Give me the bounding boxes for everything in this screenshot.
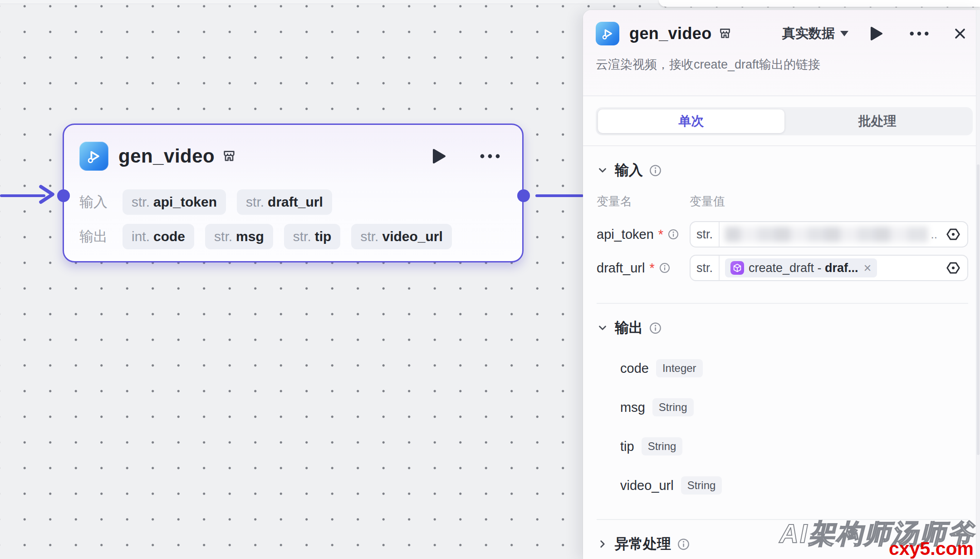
tag-name: api_token xyxy=(153,194,217,210)
tag-type: str. xyxy=(214,229,232,244)
node-more-button[interactable] xyxy=(480,153,500,159)
tag-name: tip xyxy=(315,229,332,244)
output-row-tip: tip String xyxy=(597,435,968,457)
tag-type: str. xyxy=(246,194,264,210)
caret-down-icon xyxy=(840,31,848,36)
info-icon[interactable] xyxy=(659,262,670,273)
output-tag-code[interactable]: int. code xyxy=(122,224,194,249)
variable-row-draft-url: draft_url* str. create_draft - draf... xyxy=(597,255,968,281)
background-window-strip xyxy=(659,0,980,7)
tab-single-run[interactable]: 单次 xyxy=(598,109,784,133)
output-section: 输出 code Integer msg String tip String vi… xyxy=(583,304,980,520)
variable-name: api_token xyxy=(597,227,654,242)
input-tag-draft-url[interactable]: str. draft_url xyxy=(237,189,332,215)
tab-batch[interactable]: 批处理 xyxy=(784,109,971,133)
output-row-video-url: video_url String xyxy=(597,475,968,496)
tag-name: msg xyxy=(236,229,264,244)
type-prefix: str. xyxy=(691,256,720,280)
info-icon[interactable] xyxy=(668,229,679,240)
scrollbar-thumb[interactable] xyxy=(977,164,980,455)
node-output-port[interactable] xyxy=(517,189,530,202)
reference-chip-create-draft[interactable]: create_draft - draf... × xyxy=(725,258,877,277)
required-asterisk: * xyxy=(658,227,663,242)
required-asterisk: * xyxy=(649,261,654,276)
input-section-title: 输入 xyxy=(615,161,643,180)
panel-scrollbar[interactable] xyxy=(976,10,980,559)
output-name: video_url xyxy=(620,478,674,493)
gen-video-node[interactable]: gen_video 输入 str. api_token str. d xyxy=(63,124,524,262)
reference-field: draf... xyxy=(825,261,858,275)
tag-name: video_url xyxy=(382,229,442,244)
output-tag-video-url[interactable]: str. video_url xyxy=(351,224,451,249)
column-variable-value: 变量值 xyxy=(690,193,725,209)
node-input-row: 输入 str. api_token str. draft_url xyxy=(79,189,507,215)
exception-section: 异常处理 xyxy=(583,520,980,554)
node-title: gen_video xyxy=(118,145,215,167)
reference-toggle-icon[interactable] xyxy=(943,226,964,242)
store-icon xyxy=(222,149,236,163)
tag-type: str. xyxy=(293,229,311,244)
tag-type: int. xyxy=(132,229,150,244)
type-badge: String xyxy=(642,437,683,455)
store-icon xyxy=(718,27,732,40)
node-output-row: 输出 int. code str. msg str. tip str. vide… xyxy=(79,224,507,249)
variable-name: draft_url xyxy=(597,261,645,276)
panel-run-button[interactable] xyxy=(870,26,883,41)
masked-secret-value xyxy=(725,227,927,242)
panel-header: gen_video 真实数据 xyxy=(583,10,980,96)
panel-close-button[interactable] xyxy=(953,26,967,41)
node-run-button[interactable] xyxy=(432,148,446,164)
remove-reference-icon[interactable]: × xyxy=(864,261,872,276)
video-plugin-icon xyxy=(79,142,108,171)
draft-url-value-input[interactable]: str. create_draft - draf... × xyxy=(690,255,968,281)
node-output-label: 输出 xyxy=(79,227,122,246)
type-badge: String xyxy=(652,398,694,416)
tag-type: str. xyxy=(360,229,378,244)
chevron-right-icon[interactable] xyxy=(597,538,608,550)
info-icon[interactable] xyxy=(649,164,662,177)
data-mode-dropdown[interactable]: 真实数据 xyxy=(782,25,848,43)
reference-source: create_draft - xyxy=(749,261,825,275)
node-config-panel: gen_video 真实数据 xyxy=(583,10,980,559)
node-description: 云渲染视频，接收create_draft输出的链接 xyxy=(596,56,967,73)
outgoing-edge xyxy=(535,194,583,197)
output-tag-tip[interactable]: str. tip xyxy=(284,224,341,249)
input-section: 输入 变量名 变量值 api_token* str. .. xyxy=(583,146,980,304)
output-name: code xyxy=(620,361,649,376)
column-variable-name: 变量名 xyxy=(597,193,690,209)
reference-toggle-icon[interactable] xyxy=(943,260,964,276)
info-icon[interactable] xyxy=(677,538,690,550)
data-mode-label: 真实数据 xyxy=(782,25,835,43)
api-token-value-input[interactable]: str. .. xyxy=(690,221,968,247)
output-section-title: 输出 xyxy=(615,318,643,337)
tag-type: str. xyxy=(132,194,150,210)
type-badge: Integer xyxy=(656,359,703,377)
run-mode-tabs: 单次 批处理 xyxy=(583,96,980,146)
variable-row-api-token: api_token* str. .. xyxy=(597,221,968,247)
tag-name: code xyxy=(153,229,185,244)
output-tag-msg[interactable]: str. msg xyxy=(205,224,273,249)
panel-title: gen_video xyxy=(629,24,712,43)
input-tag-api-token[interactable]: str. api_token xyxy=(122,189,226,215)
chevron-down-icon[interactable] xyxy=(597,164,608,176)
cube-icon xyxy=(730,261,744,275)
video-plugin-icon xyxy=(596,22,619,45)
output-name: tip xyxy=(620,439,634,454)
node-header: gen_video xyxy=(79,139,507,174)
type-badge: String xyxy=(681,476,722,495)
tag-name: draft_url xyxy=(268,194,323,210)
output-row-code: code Integer xyxy=(597,357,968,379)
exception-section-title: 异常处理 xyxy=(615,534,671,554)
masked-suffix: .. xyxy=(931,228,937,242)
type-prefix: str. xyxy=(691,222,720,247)
panel-more-button[interactable] xyxy=(909,31,929,36)
chevron-down-icon[interactable] xyxy=(597,322,608,334)
node-input-port[interactable] xyxy=(57,189,70,202)
edge-arrowhead-icon xyxy=(34,182,59,207)
output-name: msg xyxy=(620,400,645,415)
info-icon[interactable] xyxy=(649,322,662,334)
node-input-label: 输入 xyxy=(79,193,122,212)
output-row-msg: msg String xyxy=(597,396,968,418)
